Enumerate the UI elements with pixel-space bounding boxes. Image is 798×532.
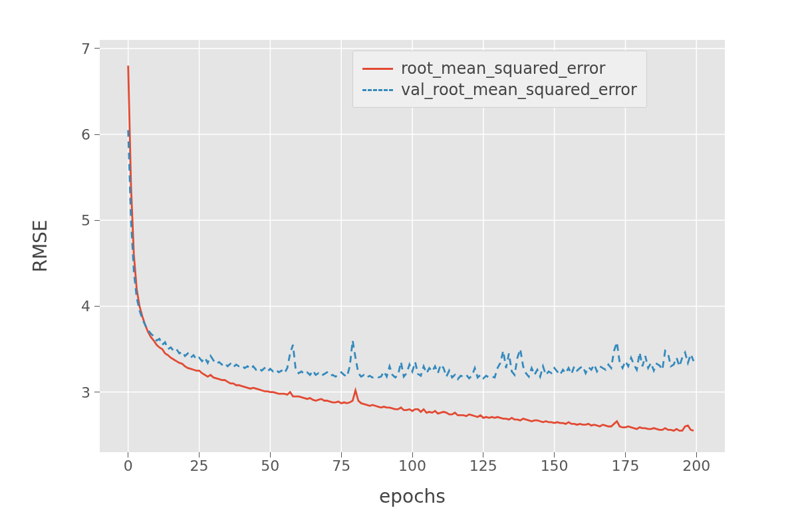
x-tick-label: 25 bbox=[190, 458, 209, 474]
plot-axes: root_mean_squared_error val_root_mean_sq… bbox=[100, 40, 725, 452]
legend: root_mean_squared_error val_root_mean_sq… bbox=[352, 51, 647, 108]
y-tick-label: 6 bbox=[51, 126, 90, 143]
x-tick-label: 125 bbox=[469, 458, 497, 474]
x-tick-label: 0 bbox=[124, 458, 133, 474]
x-tick-label: 100 bbox=[398, 458, 426, 474]
legend-item-val: val_root_mean_squared_error bbox=[362, 79, 637, 100]
y-tick-label: 5 bbox=[51, 212, 90, 229]
y-tick-mark bbox=[94, 134, 100, 135]
x-tick-mark bbox=[483, 452, 483, 458]
series-train-rmse bbox=[128, 66, 694, 431]
x-tick-label: 150 bbox=[541, 458, 569, 474]
y-tick-mark bbox=[94, 306, 100, 307]
x-tick-mark bbox=[199, 452, 200, 458]
x-tick-mark bbox=[696, 452, 697, 458]
legend-swatch-train-icon bbox=[362, 68, 393, 70]
x-tick-label: 200 bbox=[682, 458, 710, 474]
x-tick-label: 75 bbox=[332, 458, 350, 474]
legend-label-train: root_mean_squared_error bbox=[401, 59, 605, 78]
legend-label-val: val_root_mean_squared_error bbox=[401, 80, 637, 99]
y-tick-label: 3 bbox=[51, 384, 90, 400]
x-tick-mark bbox=[270, 452, 271, 458]
x-tick-label: 50 bbox=[261, 458, 279, 474]
y-tick-mark bbox=[94, 220, 100, 221]
series-val-rmse bbox=[128, 130, 694, 380]
y-tick-label: 4 bbox=[51, 298, 90, 315]
series-group bbox=[128, 66, 694, 431]
x-tick-mark bbox=[341, 452, 342, 458]
legend-swatch-val-icon bbox=[362, 89, 393, 91]
x-axis-label: epochs bbox=[379, 485, 446, 507]
x-tick-label: 175 bbox=[611, 458, 639, 474]
figure: root_mean_squared_error val_root_mean_sq… bbox=[0, 0, 798, 532]
y-tick-mark bbox=[94, 48, 100, 49]
x-tick-mark bbox=[554, 452, 555, 458]
y-tick-mark bbox=[94, 392, 100, 392]
y-axis-label: RMSE bbox=[29, 219, 51, 272]
x-tick-mark bbox=[128, 452, 128, 458]
y-tick-label: 7 bbox=[51, 40, 90, 57]
legend-item-train: root_mean_squared_error bbox=[362, 58, 637, 79]
x-tick-mark bbox=[625, 452, 626, 458]
x-tick-mark bbox=[412, 452, 413, 458]
